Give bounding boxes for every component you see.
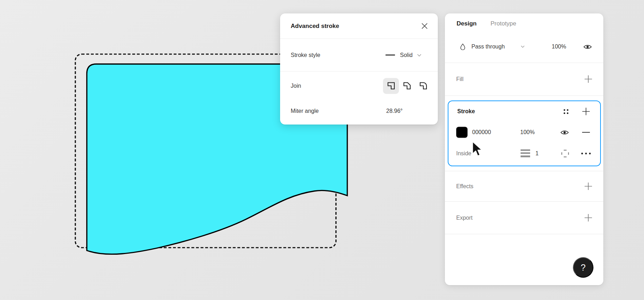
- stroke-visibility-eye-icon[interactable]: [559, 127, 570, 138]
- plus-icon: [584, 75, 592, 83]
- layer-visibility-eye-icon[interactable]: [582, 41, 593, 52]
- stroke-weight-icon: [521, 149, 530, 158]
- join-miter-button[interactable]: [383, 78, 399, 94]
- miter-angle-row: Miter angle 28.96°: [280, 100, 438, 122]
- export-section-header: Export: [445, 202, 603, 234]
- effects-label: Effects: [456, 183, 474, 190]
- stroke-hex-input[interactable]: 000000: [472, 129, 491, 135]
- add-fill-button[interactable]: [583, 74, 593, 85]
- plus-icon: [582, 107, 590, 116]
- layer-opacity-input[interactable]: 100%: [552, 44, 566, 50]
- stroke-weight-input[interactable]: 1: [535, 150, 539, 157]
- stroke-style-value: Solid: [400, 52, 413, 58]
- tab-design[interactable]: Design: [457, 20, 477, 27]
- export-label: Export: [456, 215, 472, 221]
- close-icon[interactable]: [419, 21, 429, 31]
- popup-title: Advanced stroke: [291, 23, 339, 30]
- chevron-down-icon: [521, 45, 525, 48]
- stroke-style-label: Stroke style: [291, 52, 320, 58]
- bevel-join-icon: [402, 81, 412, 91]
- add-export-button[interactable]: [583, 213, 593, 223]
- tab-bar: Design Prototype: [445, 13, 603, 34]
- stroke-label: Stroke: [457, 108, 475, 115]
- individual-strokes-icon[interactable]: [560, 148, 570, 159]
- join-row: Join: [280, 71, 438, 100]
- miter-join-icon: [386, 81, 396, 91]
- blend-droplet-icon: [460, 44, 466, 50]
- join-options: [383, 78, 431, 94]
- advanced-stroke-popup: Advanced stroke Stroke style Solid Join: [280, 13, 438, 125]
- fill-label: Fill: [456, 76, 463, 82]
- miter-angle-input[interactable]: 28.96°: [386, 108, 402, 114]
- remove-stroke-minus-icon[interactable]: [581, 127, 591, 138]
- plus-icon: [584, 182, 592, 190]
- miter-angle-value: 28.96°: [386, 108, 402, 114]
- join-label: Join: [291, 83, 301, 89]
- plus-icon: [584, 214, 592, 222]
- tab-prototype[interactable]: Prototype: [491, 20, 516, 27]
- join-bevel-button[interactable]: [399, 78, 415, 94]
- chevron-down-icon: [417, 54, 422, 57]
- stroke-style-row: Stroke style Solid: [280, 39, 438, 71]
- stroke-section-header: Stroke: [448, 101, 600, 122]
- add-effect-button[interactable]: [583, 181, 593, 192]
- popup-header: Advanced stroke: [280, 13, 438, 39]
- stroke-color-swatch[interactable]: [456, 127, 468, 138]
- stroke-more-options-icon[interactable]: [580, 148, 592, 159]
- stroke-settings-row: Inside 1: [448, 143, 600, 164]
- help-question-mark: ?: [581, 262, 586, 273]
- blend-mode-row: Pass through 100%: [445, 36, 603, 57]
- stroke-color-row: 000000 100%: [448, 122, 600, 143]
- panel-divider: [445, 234, 603, 234]
- add-stroke-button[interactable]: [581, 106, 591, 117]
- help-button[interactable]: ?: [573, 257, 593, 278]
- blend-mode-select[interactable]: Pass through: [471, 44, 505, 50]
- join-round-button[interactable]: [415, 78, 431, 94]
- fill-section-header: Fill: [445, 63, 603, 95]
- miter-angle-label: Miter angle: [291, 108, 319, 114]
- stroke-styles-icon[interactable]: [561, 106, 571, 117]
- panel-divider: [445, 96, 603, 96]
- stroke-opacity-input[interactable]: 100%: [520, 129, 535, 135]
- inspector-panel: Design Prototype Pass through 100% Fill: [445, 13, 603, 285]
- stroke-section-selected: Stroke 000000 100%: [448, 100, 601, 166]
- stroke-position-select[interactable]: Inside: [456, 150, 471, 157]
- solid-line-icon: [385, 54, 395, 55]
- round-join-icon: [418, 81, 428, 91]
- stroke-style-dropdown[interactable]: Solid: [385, 52, 422, 58]
- effects-section-header: Effects: [445, 171, 603, 201]
